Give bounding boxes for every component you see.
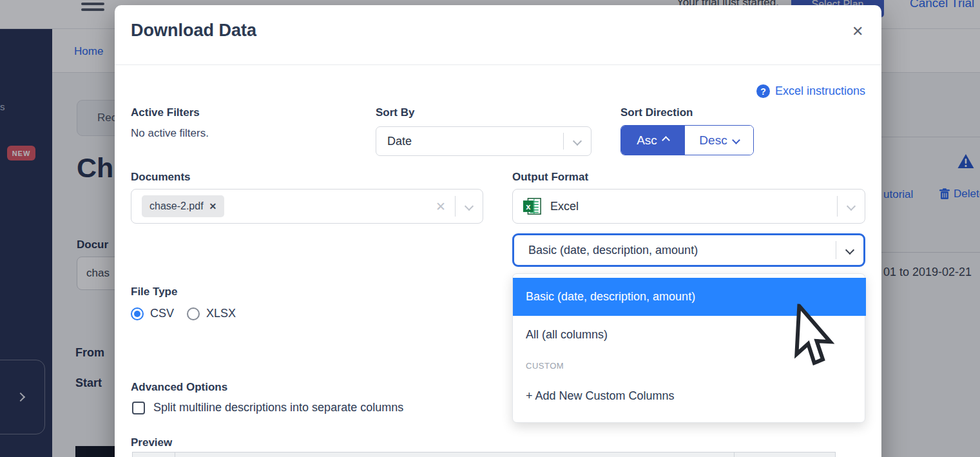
chevron-down-icon[interactable] bbox=[465, 202, 474, 211]
sort-by-label: Sort By bbox=[376, 106, 414, 119]
excel-instructions-label: Excel instructions bbox=[775, 84, 865, 98]
sort-direction-label: Sort Direction bbox=[620, 106, 693, 119]
split-multiline-label[interactable]: Split multiline descriptions into separa… bbox=[153, 401, 403, 414]
menu-option-add-custom-columns[interactable]: + Add New Custom Columns bbox=[513, 377, 866, 415]
asc-label: Asc bbox=[637, 133, 657, 148]
radio-xlsx-label[interactable]: XLSX bbox=[206, 307, 236, 320]
select-divider bbox=[455, 196, 456, 216]
sort-by-select[interactable]: Date bbox=[376, 126, 591, 156]
split-multiline-checkbox[interactable] bbox=[132, 402, 145, 414]
active-filters-value: No active filters. bbox=[131, 127, 209, 140]
modal-close-button[interactable]: ✕ bbox=[852, 24, 863, 39]
preview-label: Preview bbox=[131, 436, 172, 449]
clear-all-icon[interactable]: ✕ bbox=[436, 199, 446, 214]
radio-xlsx[interactable] bbox=[187, 307, 200, 320]
chevron-down-icon bbox=[573, 137, 582, 146]
file-type-label: File Type bbox=[131, 286, 177, 298]
documents-label: Documents bbox=[131, 171, 191, 184]
select-divider bbox=[837, 196, 838, 216]
select-divider bbox=[836, 241, 836, 259]
output-format-select[interactable]: x Excel bbox=[512, 189, 865, 224]
preview-table bbox=[132, 452, 836, 457]
chip-remove-icon[interactable]: ✕ bbox=[209, 201, 217, 211]
document-chip-label: chase-2.pdf bbox=[149, 200, 204, 212]
documents-multiselect[interactable]: chase-2.pdf ✕ ✕ bbox=[131, 189, 483, 224]
download-data-modal: Download Data ✕ ? Excel instructions Act… bbox=[115, 5, 881, 457]
svg-text:x: x bbox=[526, 202, 531, 211]
advanced-option-row: Split multiline descriptions into separa… bbox=[132, 401, 403, 414]
active-filters-label: Active Filters bbox=[131, 106, 200, 119]
columns-select[interactable]: Basic (date, description, amount) bbox=[512, 233, 865, 267]
chevron-up-icon bbox=[662, 136, 670, 144]
chevron-down-icon bbox=[732, 136, 740, 144]
advanced-options-label: Advanced Options bbox=[131, 381, 227, 394]
menu-option-all[interactable]: All (all columns) bbox=[513, 316, 866, 354]
app-screen: Your trial just started. Select Plan Can… bbox=[0, 0, 980, 457]
modal-header-divider bbox=[115, 64, 881, 65]
radio-csv-label[interactable]: CSV bbox=[150, 307, 174, 320]
sort-asc-button[interactable]: Asc bbox=[621, 126, 684, 155]
excel-instructions-link[interactable]: ? Excel instructions bbox=[695, 84, 865, 98]
sort-desc-button[interactable]: Desc bbox=[684, 126, 753, 155]
chevron-down-icon bbox=[847, 202, 856, 211]
preview-table-column-divider bbox=[175, 452, 175, 457]
sort-by-value: Date bbox=[376, 135, 412, 148]
columns-dropdown-menu: Basic (date, description, amount) All (a… bbox=[512, 273, 865, 423]
menu-group-label: CUSTOM bbox=[513, 361, 564, 371]
modal-title: Download Data bbox=[131, 21, 256, 41]
radio-csv[interactable] bbox=[131, 307, 144, 320]
document-chip: chase-2.pdf ✕ bbox=[142, 195, 224, 217]
menu-option-basic[interactable]: Basic (date, description, amount) bbox=[513, 278, 866, 316]
chevron-down-icon bbox=[845, 246, 854, 255]
file-type-options: CSV XLSX bbox=[131, 307, 236, 320]
columns-select-value: Basic (date, description, amount) bbox=[514, 244, 698, 257]
help-circle-icon: ? bbox=[756, 84, 770, 98]
output-format-value: Excel bbox=[542, 200, 579, 213]
select-divider bbox=[563, 133, 564, 150]
excel-icon: x bbox=[523, 197, 542, 216]
output-format-label: Output Format bbox=[512, 171, 588, 184]
preview-table-column-divider bbox=[734, 452, 735, 457]
sort-direction-toggle: Asc Desc bbox=[620, 125, 754, 155]
desc-label: Desc bbox=[699, 133, 727, 148]
